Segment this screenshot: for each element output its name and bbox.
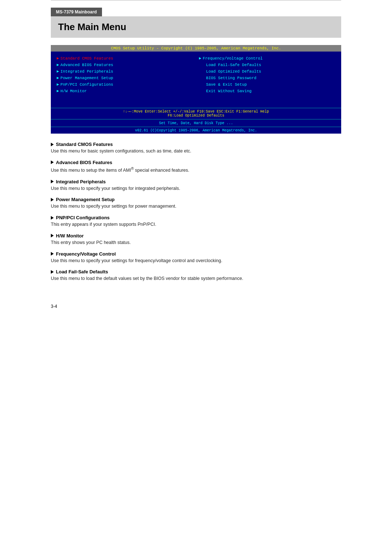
bios-title-bar: CMOS Setup Utility - Copyright (C) 1985-…	[51, 45, 341, 52]
bios-nav-hint: ↑↓→←:Move Enter:Select +/-/:Value F10:Sa…	[54, 110, 338, 114]
desc-standard-heading: Standard CMOS Features	[51, 142, 341, 147]
bios-item-hw: ► H/W Monitor	[57, 88, 193, 94]
desc-advanced-heading: Advanced BIOS Features	[51, 160, 341, 165]
desc-failsafe: Load Fail-Safe Defaults Use this menu to…	[51, 269, 341, 282]
desc-hw: H/W Monitor This entry shows your PC hea…	[51, 233, 341, 246]
desc-pnp: PNP/PCI Configurations This entry appear…	[51, 215, 341, 228]
desc-failsafe-text: Use this menu to load the default values…	[51, 275, 341, 282]
arrow-icon	[51, 198, 54, 201]
bios-item-password: BIOS Setting Password	[199, 75, 335, 81]
desc-freq-text: Use this menu to specify your settings f…	[51, 257, 341, 264]
desc-integrated: Integrated Peripherals Use this menu to …	[51, 179, 341, 192]
arrow-icon	[51, 160, 54, 164]
desc-power: Power Management Setup Use this menu to …	[51, 197, 341, 210]
bios-right-column: ► Frequency/Voltage Control Load Fail-Sa…	[196, 55, 335, 104]
bios-version-text: v02.61 (C)Copyright 1985-2006, American …	[135, 129, 257, 133]
desc-power-heading: Power Management Setup	[51, 197, 341, 202]
bios-item-optimized: Load Optimized Defaults	[199, 68, 335, 75]
bios-item-save: Save & Exit Setup	[199, 81, 335, 88]
page-number: 3-4	[51, 304, 341, 309]
bios-item-integrated: ► Integrated Peripherals	[57, 68, 193, 75]
bios-description-text: Set Time, Date, Hard Disk Type ...	[159, 121, 233, 125]
arrow-icon	[51, 270, 54, 274]
desc-pnp-heading: PNP/PCI Configurations	[51, 215, 341, 220]
desc-integrated-text: Use this menu to specify your settings f…	[51, 185, 341, 192]
desc-advanced-text: Use this menu to setup the items of AMI®…	[51, 166, 341, 174]
desc-pnp-text: This entry appears if your system suppor…	[51, 221, 341, 228]
bios-item-power: ► Power Management Setup	[57, 75, 193, 81]
desc-freq-heading: Frequency/Voltage Control	[51, 251, 341, 257]
bios-version-bar: v02.61 (C)Copyright 1985-2006, American …	[51, 127, 341, 134]
bios-nav-bar: ↑↓→←:Move Enter:Select +/-/:Value F10:Sa…	[51, 108, 341, 119]
desc-hw-heading: H/W Monitor	[51, 233, 341, 239]
desc-integrated-heading: Integrated Peripherals	[51, 179, 341, 184]
desc-power-text: Use this menu to specify your settings f…	[51, 203, 341, 210]
desc-standard-text: Use this menu for basic system configura…	[51, 148, 341, 155]
arrow-icon	[51, 252, 54, 256]
page-title: The Main Menu	[58, 21, 334, 33]
bios-item-freq: ► Frequency/Voltage Control	[199, 55, 335, 62]
bios-item-standard: ► Standard CMOS Features	[57, 55, 193, 62]
bios-nav-hint2: F6:Load Optimized Defaults	[54, 114, 338, 118]
bios-item-failsafe: Load Fail-Safe Defaults	[199, 62, 335, 68]
main-menu-title-bar: The Main Menu	[51, 16, 341, 38]
bios-screenshot: CMOS Setup Utility - Copyright (C) 1985-…	[51, 45, 341, 134]
arrow-icon	[51, 143, 54, 146]
descriptions-container: Standard CMOS Features Use this menu for…	[51, 142, 341, 282]
bios-left-column: ► Standard CMOS Features ► Advanced BIOS…	[57, 55, 196, 104]
bios-item-pnp: ► PnP/PCI Configurations	[57, 81, 193, 88]
desc-advanced-bios: Advanced BIOS Features Use this menu to …	[51, 160, 341, 174]
desc-failsafe-heading: Load Fail-Safe Defaults	[51, 269, 341, 274]
desc-freq: Frequency/Voltage Control Use this menu …	[51, 251, 341, 264]
model-header: MS-7379 Mainboard	[51, 8, 102, 16]
arrow-icon	[51, 180, 54, 183]
bios-item-advanced: ► Advanced BIOS Features	[57, 62, 193, 68]
arrow-icon	[51, 216, 54, 220]
desc-standard-cmos: Standard CMOS Features Use this menu for…	[51, 142, 341, 155]
bios-item-exit: Exit Without Saving	[199, 88, 335, 94]
bios-desc-bar: Set Time, Date, Hard Disk Type ...	[51, 119, 341, 127]
arrow-icon	[51, 234, 54, 237]
desc-hw-text: This entry shows your PC health status.	[51, 239, 341, 246]
